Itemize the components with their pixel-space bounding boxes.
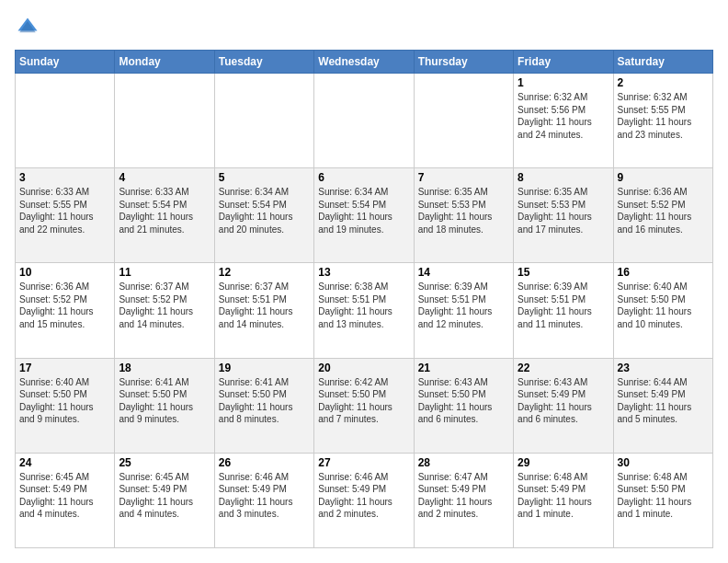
day-info: Sunrise: 6:35 AMSunset: 5:53 PMDaylight:…: [518, 186, 609, 236]
calendar-cell: 29Sunrise: 6:48 AMSunset: 5:49 PMDayligh…: [514, 453, 613, 547]
day-info: Sunrise: 6:47 AMSunset: 5:49 PMDaylight:…: [418, 471, 509, 521]
calendar-cell: 1Sunrise: 6:32 AMSunset: 5:56 PMDaylight…: [514, 74, 613, 168]
day-info: Sunrise: 6:42 AMSunset: 5:50 PMDaylight:…: [318, 376, 409, 426]
day-info: Sunrise: 6:40 AMSunset: 5:50 PMDaylight:…: [19, 376, 110, 426]
calendar-week-row: 24Sunrise: 6:45 AMSunset: 5:49 PMDayligh…: [16, 453, 713, 547]
day-info: Sunrise: 6:34 AMSunset: 5:54 PMDaylight:…: [219, 186, 310, 236]
calendar-cell: 18Sunrise: 6:41 AMSunset: 5:50 PMDayligh…: [115, 358, 214, 453]
day-info: Sunrise: 6:38 AMSunset: 5:51 PMDaylight:…: [318, 281, 409, 330]
calendar-cell: 7Sunrise: 6:35 AMSunset: 5:53 PMDaylight…: [414, 168, 513, 263]
day-number: 25: [119, 456, 210, 469]
logo-icon: [15, 15, 40, 40]
day-number: 24: [19, 456, 110, 469]
day-number: 7: [418, 171, 509, 184]
day-number: 29: [518, 456, 609, 469]
calendar-cell: 10Sunrise: 6:36 AMSunset: 5:52 PMDayligh…: [16, 263, 115, 358]
day-number: 5: [219, 171, 310, 184]
calendar-cell: 30Sunrise: 6:48 AMSunset: 5:50 PMDayligh…: [613, 453, 712, 547]
day-number: 11: [119, 266, 210, 279]
calendar-week-row: 1Sunrise: 6:32 AMSunset: 5:56 PMDaylight…: [16, 74, 713, 168]
day-number: 16: [618, 266, 709, 279]
day-info: Sunrise: 6:41 AMSunset: 5:50 PMDaylight:…: [219, 376, 310, 426]
day-info: Sunrise: 6:33 AMSunset: 5:55 PMDaylight:…: [19, 186, 110, 236]
calendar-cell: 17Sunrise: 6:40 AMSunset: 5:50 PMDayligh…: [16, 358, 115, 453]
calendar-cell: 5Sunrise: 6:34 AMSunset: 5:54 PMDaylight…: [214, 168, 313, 263]
day-number: 22: [518, 362, 609, 374]
day-number: 6: [318, 171, 409, 184]
calendar-day-header: Saturday: [613, 51, 712, 74]
day-info: Sunrise: 6:36 AMSunset: 5:52 PMDaylight:…: [19, 281, 110, 330]
day-number: 26: [219, 456, 310, 469]
day-info: Sunrise: 6:36 AMSunset: 5:52 PMDaylight:…: [618, 186, 709, 236]
day-number: 4: [119, 171, 210, 184]
calendar-week-row: 10Sunrise: 6:36 AMSunset: 5:52 PMDayligh…: [16, 263, 713, 358]
day-number: 12: [219, 266, 310, 279]
calendar-day-header: Wednesday: [314, 51, 414, 74]
day-number: 3: [19, 171, 110, 184]
day-info: Sunrise: 6:39 AMSunset: 5:51 PMDaylight:…: [418, 281, 509, 330]
day-number: 21: [418, 362, 509, 374]
day-info: Sunrise: 6:48 AMSunset: 5:50 PMDaylight:…: [618, 471, 709, 521]
calendar-cell: 13Sunrise: 6:38 AMSunset: 5:51 PMDayligh…: [314, 263, 414, 358]
day-info: Sunrise: 6:40 AMSunset: 5:50 PMDaylight:…: [618, 281, 709, 330]
day-number: 19: [219, 362, 310, 374]
calendar-cell: 4Sunrise: 6:33 AMSunset: 5:54 PMDaylight…: [115, 168, 214, 263]
calendar-cell: 9Sunrise: 6:36 AMSunset: 5:52 PMDaylight…: [613, 168, 712, 263]
day-number: 14: [418, 266, 509, 279]
day-info: Sunrise: 6:32 AMSunset: 5:55 PMDaylight:…: [618, 91, 709, 141]
day-number: 1: [518, 76, 609, 89]
day-info: Sunrise: 6:46 AMSunset: 5:49 PMDaylight:…: [219, 471, 310, 521]
calendar-cell: 14Sunrise: 6:39 AMSunset: 5:51 PMDayligh…: [414, 263, 513, 358]
calendar-week-row: 3Sunrise: 6:33 AMSunset: 5:55 PMDaylight…: [16, 168, 713, 263]
day-info: Sunrise: 6:37 AMSunset: 5:51 PMDaylight:…: [219, 281, 310, 330]
day-info: Sunrise: 6:34 AMSunset: 5:54 PMDaylight:…: [318, 186, 409, 236]
calendar-cell: [214, 74, 313, 168]
calendar-week-row: 17Sunrise: 6:40 AMSunset: 5:50 PMDayligh…: [16, 358, 713, 453]
calendar-day-header: Tuesday: [214, 51, 313, 74]
day-info: Sunrise: 6:44 AMSunset: 5:49 PMDaylight:…: [618, 376, 709, 426]
calendar-day-header: Friday: [514, 51, 613, 74]
logo: [15, 15, 44, 40]
calendar-cell: 19Sunrise: 6:41 AMSunset: 5:50 PMDayligh…: [214, 358, 313, 453]
day-info: Sunrise: 6:32 AMSunset: 5:56 PMDaylight:…: [518, 91, 609, 141]
calendar-cell: 6Sunrise: 6:34 AMSunset: 5:54 PMDaylight…: [314, 168, 414, 263]
calendar-cell: [16, 74, 115, 168]
day-number: 10: [19, 266, 110, 279]
calendar-cell: 2Sunrise: 6:32 AMSunset: 5:55 PMDaylight…: [613, 74, 712, 168]
calendar-cell: [314, 74, 414, 168]
calendar-cell: 11Sunrise: 6:37 AMSunset: 5:52 PMDayligh…: [115, 263, 214, 358]
calendar-cell: 16Sunrise: 6:40 AMSunset: 5:50 PMDayligh…: [613, 263, 712, 358]
day-info: Sunrise: 6:43 AMSunset: 5:50 PMDaylight:…: [418, 376, 509, 426]
day-info: Sunrise: 6:43 AMSunset: 5:49 PMDaylight:…: [518, 376, 609, 426]
calendar-cell: 24Sunrise: 6:45 AMSunset: 5:49 PMDayligh…: [16, 453, 115, 547]
day-info: Sunrise: 6:39 AMSunset: 5:51 PMDaylight:…: [518, 281, 609, 330]
calendar-header-row: SundayMondayTuesdayWednesdayThursdayFrid…: [16, 51, 713, 74]
day-number: 30: [618, 456, 709, 469]
calendar-cell: 20Sunrise: 6:42 AMSunset: 5:50 PMDayligh…: [314, 358, 414, 453]
day-number: 2: [618, 76, 709, 89]
calendar-day-header: Monday: [115, 51, 214, 74]
day-info: Sunrise: 6:33 AMSunset: 5:54 PMDaylight:…: [119, 186, 210, 236]
day-number: 9: [618, 171, 709, 184]
calendar-day-header: Thursday: [414, 51, 513, 74]
day-info: Sunrise: 6:46 AMSunset: 5:49 PMDaylight:…: [318, 471, 409, 521]
calendar-cell: 23Sunrise: 6:44 AMSunset: 5:49 PMDayligh…: [613, 358, 712, 453]
day-number: 8: [518, 171, 609, 184]
calendar-cell: 26Sunrise: 6:46 AMSunset: 5:49 PMDayligh…: [214, 453, 313, 547]
day-info: Sunrise: 6:48 AMSunset: 5:49 PMDaylight:…: [518, 471, 609, 521]
day-info: Sunrise: 6:35 AMSunset: 5:53 PMDaylight:…: [418, 186, 509, 236]
day-number: 15: [518, 266, 609, 279]
calendar-cell: [115, 74, 214, 168]
day-number: 18: [119, 362, 210, 374]
day-info: Sunrise: 6:45 AMSunset: 5:49 PMDaylight:…: [119, 471, 210, 521]
calendar-day-header: Sunday: [16, 51, 115, 74]
day-number: 27: [318, 456, 409, 469]
calendar-cell: 8Sunrise: 6:35 AMSunset: 5:53 PMDaylight…: [514, 168, 613, 263]
calendar-cell: 27Sunrise: 6:46 AMSunset: 5:49 PMDayligh…: [314, 453, 414, 547]
day-number: 23: [618, 362, 709, 374]
day-number: 17: [19, 362, 110, 374]
page: SundayMondayTuesdayWednesdayThursdayFrid…: [0, 0, 728, 563]
calendar-cell: 22Sunrise: 6:43 AMSunset: 5:49 PMDayligh…: [514, 358, 613, 453]
calendar-cell: 15Sunrise: 6:39 AMSunset: 5:51 PMDayligh…: [514, 263, 613, 358]
header: [15, 15, 713, 40]
